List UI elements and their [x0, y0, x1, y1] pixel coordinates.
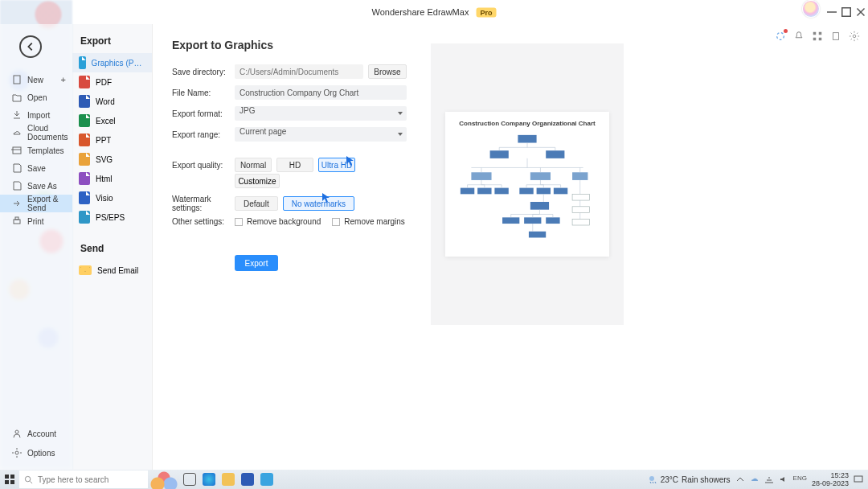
panel-title: Export to Graphics — [172, 39, 407, 51]
export-button[interactable]: Export — [235, 255, 278, 271]
export-cat-word[interactable]: Word — [72, 92, 152, 111]
taskbar-weather[interactable]: 23°C Rain showers — [648, 475, 731, 484]
taskbar-time: 15:23 — [830, 471, 849, 479]
menu-item-open[interactable]: Open — [0, 88, 72, 106]
menu-item-save[interactable]: Save — [0, 159, 72, 177]
svg-rect-9 — [833, 33, 839, 40]
taskbar-clock[interactable]: 15:23 28-09-2023 — [812, 471, 849, 487]
menu-item-label: Import — [27, 111, 50, 120]
menu-item-icon — [11, 428, 23, 439]
export-range-select[interactable]: Current page — [235, 127, 407, 142]
action-center-icon[interactable] — [854, 475, 863, 484]
watermark-option-default[interactable]: Default — [235, 196, 278, 211]
export-cat-pdf[interactable]: PDF — [72, 72, 152, 92]
menu-item-options[interactable]: Options — [0, 444, 72, 462]
edition-badge: Pro — [476, 8, 496, 18]
tray-onedrive-icon[interactable] — [750, 475, 760, 484]
svg-rect-35 — [524, 217, 541, 224]
export-cat-svg[interactable]: SVG — [72, 150, 152, 169]
export-heading: Export — [72, 32, 152, 53]
export-cat-excel[interactable]: Excel — [72, 111, 152, 130]
svg-rect-1 — [842, 8, 851, 17]
maximize-button[interactable] — [839, 0, 854, 24]
export-cat-label: PS/EPS — [96, 213, 125, 222]
watermark-option-no-watermarks[interactable]: No watermarks — [283, 196, 354, 211]
apps-icon[interactable] — [812, 31, 823, 42]
export-cat-html[interactable]: Html — [72, 169, 152, 188]
close-button[interactable] — [854, 0, 868, 24]
start-button[interactable] — [0, 470, 19, 489]
tray-language-icon[interactable]: ENG — [793, 475, 807, 484]
app-title: Wondershare EdrawMax Pro — [372, 7, 497, 18]
send-item-send-email[interactable]: Send Email — [72, 261, 152, 280]
settings-gear-icon[interactable] — [849, 31, 860, 42]
svg-rect-22 — [530, 172, 551, 180]
quality-option-ultra-hd[interactable]: Ultra HD — [318, 158, 355, 172]
watermark-label: Watermark settings: — [172, 195, 235, 212]
svg-rect-23 — [572, 172, 588, 180]
quality-option-normal[interactable]: Normal — [235, 158, 272, 172]
back-button[interactable] — [19, 35, 42, 58]
remove-margins-checkbox[interactable]: Remove margins — [332, 217, 405, 226]
menu-item-templates[interactable]: Templates — [0, 142, 72, 159]
export-cat-label: Html — [96, 175, 113, 183]
menu-item-new[interactable]: New+ — [0, 71, 72, 88]
svg-line-43 — [30, 481, 32, 483]
tray-chevron-up-icon[interactable] — [735, 475, 745, 484]
quality-option-hd[interactable]: HD — [276, 158, 313, 172]
export-categories-panel: Export Graphics (PNG, JPG e...PDFWordExc… — [72, 24, 153, 470]
svg-rect-36 — [546, 217, 559, 224]
svg-rect-27 — [519, 188, 533, 195]
menu-item-icon — [11, 180, 23, 191]
file-type-icon — [79, 191, 90, 204]
menu-item-label: Print — [27, 217, 44, 226]
menu-item-cloud-documents[interactable]: Cloud Documents — [0, 124, 72, 142]
browse-button[interactable]: Browse — [368, 64, 407, 79]
weather-icon — [648, 475, 657, 484]
menu-item-save-as[interactable]: Save As — [0, 177, 72, 195]
tray-network-icon[interactable] — [764, 475, 774, 484]
export-cat-ps-eps[interactable]: PS/EPS — [72, 208, 152, 227]
file-menu-panel: New+OpenImportCloud DocumentsTemplatesSa… — [0, 24, 72, 470]
svg-point-4 — [777, 33, 784, 40]
bell-icon[interactable] — [793, 31, 805, 42]
weather-temp: 23°C — [661, 475, 678, 484]
clipboard-icon[interactable] — [830, 31, 841, 42]
svg-rect-26 — [494, 188, 508, 195]
task-view-button[interactable] — [180, 470, 199, 489]
menu-item-icon — [11, 162, 23, 174]
edrawmax-taskbar-icon[interactable] — [257, 470, 276, 489]
export-format-select[interactable]: JPG — [235, 106, 407, 121]
menu-item-label: Export & Send — [27, 195, 72, 212]
svg-point-44 — [649, 476, 654, 481]
word-taskbar-icon[interactable] — [238, 470, 257, 489]
export-cat-label: Excel — [96, 117, 115, 125]
taskbar-search[interactable]: Type here to search — [19, 471, 148, 488]
customize-button[interactable]: Customize — [235, 174, 280, 188]
export-cat-visio[interactable]: Visio — [72, 188, 152, 208]
notification-dot — [784, 29, 788, 33]
remove-background-checkbox[interactable]: Remove background — [235, 217, 321, 226]
export-cat-graphics-png-jpg-e-[interactable]: Graphics (PNG, JPG e... — [72, 53, 152, 72]
edge-taskbar-icon[interactable] — [199, 470, 219, 489]
menu-item-icon — [11, 216, 23, 227]
minimize-button[interactable] — [825, 0, 839, 24]
svg-rect-8 — [819, 38, 822, 41]
svg-rect-28 — [537, 188, 551, 195]
menu-item-icon — [11, 74, 23, 85]
menu-item-print[interactable]: Print — [0, 212, 72, 230]
menu-item-import[interactable]: Import — [0, 106, 72, 124]
save-directory-input[interactable] — [235, 64, 363, 79]
svg-rect-21 — [471, 172, 491, 180]
user-avatar[interactable] — [802, 0, 820, 18]
svg-rect-29 — [554, 188, 567, 195]
menu-item-account[interactable]: Account — [0, 425, 72, 442]
export-cat-ppt[interactable]: PPT — [72, 130, 152, 150]
file-type-icon — [79, 153, 90, 166]
file-name-input[interactable] — [235, 85, 407, 100]
explorer-taskbar-icon[interactable] — [219, 470, 238, 489]
menu-item-label: Options — [27, 449, 55, 458]
menu-item-export-send[interactable]: Export & Send — [0, 195, 72, 212]
tray-volume-icon[interactable] — [779, 475, 788, 484]
sync-icon[interactable] — [775, 31, 786, 42]
